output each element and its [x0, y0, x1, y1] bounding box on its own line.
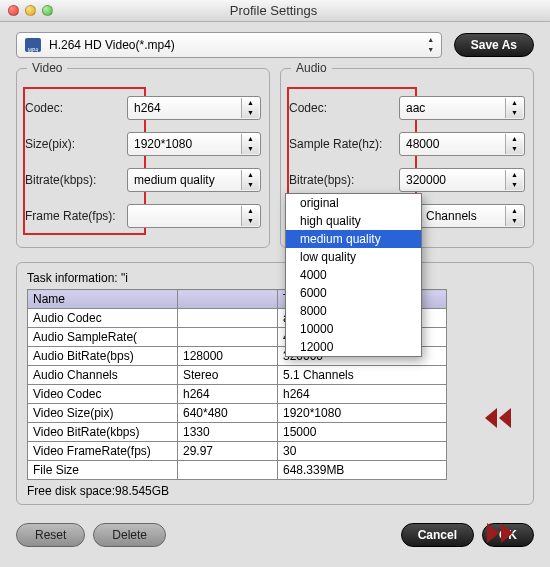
table-cell: Audio Channels: [28, 366, 178, 385]
table-cell: 29.97: [178, 442, 278, 461]
video-panel: Video Codec: h264▲▼ Size(pix): 1920*1080…: [16, 68, 270, 248]
bitrate-option[interactable]: high quality: [286, 212, 421, 230]
video-codec-label: Codec:: [25, 101, 127, 115]
audio-bitrate-select[interactable]: 320000▲▼: [399, 168, 525, 192]
task-info-header: Task information: "i: [27, 271, 523, 285]
table-cell: 1330: [178, 423, 278, 442]
bitrate-option[interactable]: 10000: [286, 320, 421, 338]
prev-button[interactable]: [485, 408, 519, 432]
mp4-icon: [25, 38, 41, 52]
audio-samplerate-label: Sample Rate(hz):: [289, 137, 399, 151]
table-cell: [178, 309, 278, 328]
table-cell: Audio BitRate(bps): [28, 347, 178, 366]
video-framerate-label: Frame Rate(fps):: [25, 209, 127, 223]
next-button[interactable]: [485, 523, 519, 547]
bitrate-dropdown-popup[interactable]: originalhigh qualitymedium qualitylow qu…: [285, 193, 422, 357]
table-cell: 640*480: [178, 404, 278, 423]
table-row: File Size648.339MB: [28, 461, 447, 480]
bitrate-option[interactable]: 6000: [286, 284, 421, 302]
delete-button[interactable]: Delete: [93, 523, 166, 547]
table-cell: Video Codec: [28, 385, 178, 404]
task-info-box: Task information: "i NameTarget Audio Co…: [16, 262, 534, 505]
profile-value: H.264 HD Video(*.mp4): [49, 38, 175, 52]
table-cell: 128000: [178, 347, 278, 366]
video-legend: Video: [27, 61, 67, 75]
bitrate-option[interactable]: original: [286, 194, 421, 212]
window-title: Profile Settings: [5, 3, 542, 18]
table-cell: [178, 328, 278, 347]
bitrate-option[interactable]: low quality: [286, 248, 421, 266]
table-cell: h264: [278, 385, 447, 404]
video-bitrate-label: Bitrate(kbps):: [25, 173, 127, 187]
table-cell: h264: [178, 385, 278, 404]
audio-codec-label: Codec:: [289, 101, 399, 115]
video-size-select[interactable]: 1920*1080▲▼: [127, 132, 261, 156]
profile-select[interactable]: H.264 HD Video(*.mp4) ▲▼: [16, 32, 442, 58]
table-row: Audio ChannelsStereo5.1 Channels: [28, 366, 447, 385]
table-header[interactable]: [178, 290, 278, 309]
table-cell: 1920*1080: [278, 404, 447, 423]
audio-legend: Audio: [291, 61, 332, 75]
video-bitrate-select[interactable]: medium quality▲▼: [127, 168, 261, 192]
audio-codec-select[interactable]: aac▲▼: [399, 96, 525, 120]
cancel-button[interactable]: Cancel: [401, 523, 474, 547]
table-cell: Video FrameRate(fps): [28, 442, 178, 461]
audio-bitrate-label: Bitrate(bps):: [289, 173, 399, 187]
table-row: Video FrameRate(fps)29.9730: [28, 442, 447, 461]
bitrate-option[interactable]: medium quality: [286, 230, 421, 248]
bitrate-option[interactable]: 4000: [286, 266, 421, 284]
table-row: Video Size(pix)640*4801920*1080: [28, 404, 447, 423]
footer: Reset Delete Cancel OK: [0, 517, 550, 557]
table-cell: 5.1 Channels: [278, 366, 447, 385]
bitrate-option[interactable]: 8000: [286, 302, 421, 320]
video-codec-select[interactable]: h264▲▼: [127, 96, 261, 120]
table-row: Video BitRate(kbps)133015000: [28, 423, 447, 442]
table-cell: Audio SampleRate(: [28, 328, 178, 347]
table-cell: Audio Codec: [28, 309, 178, 328]
video-framerate-select[interactable]: ▲▼: [127, 204, 261, 228]
save-as-button[interactable]: Save As: [454, 33, 534, 57]
table-cell: 30: [278, 442, 447, 461]
table-cell: File Size: [28, 461, 178, 480]
window-titlebar: Profile Settings: [0, 0, 550, 22]
table-row: Video Codech264h264: [28, 385, 447, 404]
table-cell: 15000: [278, 423, 447, 442]
table-header[interactable]: Name: [28, 290, 178, 309]
reset-button[interactable]: Reset: [16, 523, 85, 547]
table-cell: Stereo: [178, 366, 278, 385]
audio-samplerate-select[interactable]: 48000▲▼: [399, 132, 525, 156]
table-cell: Video Size(pix): [28, 404, 178, 423]
video-size-label: Size(pix):: [25, 137, 127, 151]
table-cell: [178, 461, 278, 480]
table-cell: 648.339MB: [278, 461, 447, 480]
free-disk-label: Free disk space:98.545GB: [27, 484, 523, 498]
table-cell: Video BitRate(kbps): [28, 423, 178, 442]
bitrate-option[interactable]: 12000: [286, 338, 421, 356]
